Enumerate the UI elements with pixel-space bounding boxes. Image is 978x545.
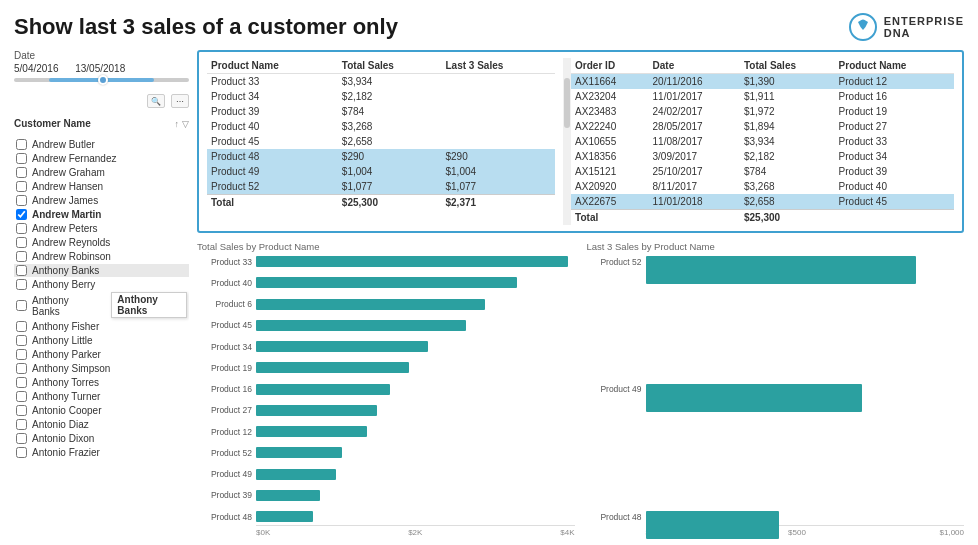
table-row: AX2348324/02/2017$1,972Product 19 bbox=[571, 104, 954, 119]
customer-checkbox[interactable] bbox=[16, 419, 27, 430]
customer-checkbox[interactable] bbox=[16, 349, 27, 360]
customer-checkbox[interactable] bbox=[16, 405, 27, 416]
customer-checkbox[interactable] bbox=[16, 447, 27, 458]
customer-checkbox[interactable] bbox=[16, 209, 27, 220]
customer-item[interactable]: Anthony Simpson bbox=[14, 362, 189, 375]
col-order-id: Order ID bbox=[571, 58, 648, 74]
customer-checkbox[interactable] bbox=[16, 321, 27, 332]
left-product-table: Product Name Total Sales Last 3 Sales Pr… bbox=[207, 58, 555, 225]
customer-item[interactable]: Anthony Little bbox=[14, 334, 189, 347]
filter-options-icon[interactable]: ⋯ bbox=[171, 94, 189, 108]
customer-name: Andrew Reynolds bbox=[32, 237, 110, 248]
bar-fill bbox=[256, 320, 466, 331]
col-date: Date bbox=[649, 58, 740, 74]
customer-item[interactable]: Andrew Fernandez bbox=[14, 152, 189, 165]
customer-checkbox[interactable] bbox=[16, 139, 27, 150]
last3-sales-chart: Last 3 Sales by Product Name Product 52 … bbox=[587, 241, 965, 537]
content-row: Date 5/04/2016 13/05/2018 🔍 ⋯ Customer N… bbox=[14, 50, 964, 537]
customer-checkbox[interactable] bbox=[16, 363, 27, 374]
last3-sales-bar-chart: Product 52 Product 49 Product 48 bbox=[587, 256, 965, 523]
bar-label: Product 12 bbox=[197, 427, 252, 437]
customer-name: Anthony Simpson bbox=[32, 363, 110, 374]
left-table-scrollbar[interactable] bbox=[563, 58, 571, 225]
date-slider[interactable] bbox=[14, 78, 189, 82]
customer-name: Antonio Diaz bbox=[32, 419, 89, 430]
customer-item[interactable]: Andrew Butler bbox=[14, 138, 189, 151]
customer-item[interactable]: Andrew Peters bbox=[14, 222, 189, 235]
bar-fill bbox=[256, 426, 367, 437]
customer-checkbox[interactable] bbox=[16, 391, 27, 402]
customer-item[interactable]: Antonio Diaz bbox=[14, 418, 189, 431]
customer-checkbox[interactable] bbox=[16, 237, 27, 248]
bar-row: Product 40 bbox=[197, 277, 575, 288]
customer-item[interactable]: Antonio Dixon bbox=[14, 432, 189, 445]
table-row: AX2224028/05/2017$1,894Product 27 bbox=[571, 119, 954, 134]
bar-fill bbox=[646, 384, 863, 412]
bar-fill bbox=[646, 511, 780, 539]
customer-item[interactable]: Anthony Banks bbox=[14, 264, 189, 277]
left-chart-axis-line bbox=[256, 525, 575, 526]
date-section: Date 5/04/2016 13/05/2018 bbox=[14, 50, 189, 88]
bar-label: Product 39 bbox=[197, 490, 252, 500]
table-row: Product 34$2,182 bbox=[207, 89, 555, 104]
bar-label: Product 6 bbox=[197, 299, 252, 309]
axis-label: $4K bbox=[560, 528, 574, 537]
customer-checkbox[interactable] bbox=[16, 300, 27, 311]
customer-checkbox[interactable] bbox=[16, 265, 27, 276]
table-row: Product 39$784 bbox=[207, 104, 555, 119]
customer-item[interactable]: Andrew Hansen bbox=[14, 180, 189, 193]
bar-outer bbox=[256, 277, 575, 288]
bar-outer bbox=[256, 405, 575, 416]
customer-item[interactable]: Anthony Fisher bbox=[14, 320, 189, 333]
total-sales-chart: Total Sales by Product Name Product 33 P… bbox=[197, 241, 575, 537]
customer-sort-icon[interactable]: ↑ bbox=[175, 119, 180, 129]
customer-checkbox[interactable] bbox=[16, 223, 27, 234]
customer-item[interactable]: Anthony Torres bbox=[14, 376, 189, 389]
customer-item[interactable]: Andrew Martin bbox=[14, 208, 189, 221]
customer-name: Andrew Butler bbox=[32, 139, 95, 150]
customer-checkbox[interactable] bbox=[16, 167, 27, 178]
bar-fill bbox=[256, 511, 313, 522]
customer-name: Andrew Graham bbox=[32, 167, 105, 178]
bar-fill bbox=[256, 362, 409, 373]
customer-checkbox[interactable] bbox=[16, 251, 27, 262]
total-sales-bar-chart: Product 33 Product 40 Product 6 Product … bbox=[197, 256, 575, 523]
customer-item[interactable]: Anthony BanksAnthony Banks bbox=[14, 292, 189, 319]
tables-area: Product Name Total Sales Last 3 Sales Pr… bbox=[197, 50, 964, 233]
table-total-row: Total$25,300$2,371 bbox=[207, 195, 555, 211]
customer-name: Anthony Berry bbox=[32, 279, 95, 290]
bar-label: Product 52 bbox=[197, 448, 252, 458]
bar-outer bbox=[256, 320, 575, 331]
logo-text: ENTERPRISE DNA bbox=[884, 15, 964, 39]
bar-fill bbox=[256, 490, 320, 501]
bar-row: Product 45 bbox=[197, 320, 575, 331]
bar-row: Product 19 bbox=[197, 362, 575, 373]
customer-filter-icon[interactable]: ▽ bbox=[182, 119, 189, 129]
customer-checkbox[interactable] bbox=[16, 279, 27, 290]
customer-item[interactable]: Anthony Turner bbox=[14, 390, 189, 403]
customer-item[interactable]: Andrew James bbox=[14, 194, 189, 207]
bar-outer bbox=[256, 426, 575, 437]
customer-checkbox[interactable] bbox=[16, 181, 27, 192]
customer-checkbox[interactable] bbox=[16, 433, 27, 444]
customer-item[interactable]: Anthony Berry bbox=[14, 278, 189, 291]
customer-checkbox[interactable] bbox=[16, 153, 27, 164]
customer-checkbox[interactable] bbox=[16, 377, 27, 388]
bar-label: Product 33 bbox=[197, 257, 252, 267]
customer-item[interactable]: Andrew Graham bbox=[14, 166, 189, 179]
bar-outer bbox=[256, 511, 575, 522]
customer-item[interactable]: Antonio Frazier bbox=[14, 446, 189, 459]
bar-row: Product 48 bbox=[197, 511, 575, 522]
bar-label: Product 19 bbox=[197, 363, 252, 373]
customer-item[interactable]: Antonio Cooper bbox=[14, 404, 189, 417]
search-filter-icon[interactable]: 🔍 bbox=[147, 94, 165, 108]
bar-fill bbox=[256, 405, 377, 416]
customer-checkbox[interactable] bbox=[16, 195, 27, 206]
customer-item[interactable]: Anthony Parker bbox=[14, 348, 189, 361]
bar-row: Product 49 bbox=[197, 469, 575, 480]
customer-item[interactable]: Andrew Reynolds bbox=[14, 236, 189, 249]
table-total-row: Total$25,300 bbox=[571, 210, 954, 226]
customer-checkbox[interactable] bbox=[16, 335, 27, 346]
bar-label: Product 49 bbox=[587, 384, 642, 394]
customer-item[interactable]: Andrew Robinson bbox=[14, 250, 189, 263]
